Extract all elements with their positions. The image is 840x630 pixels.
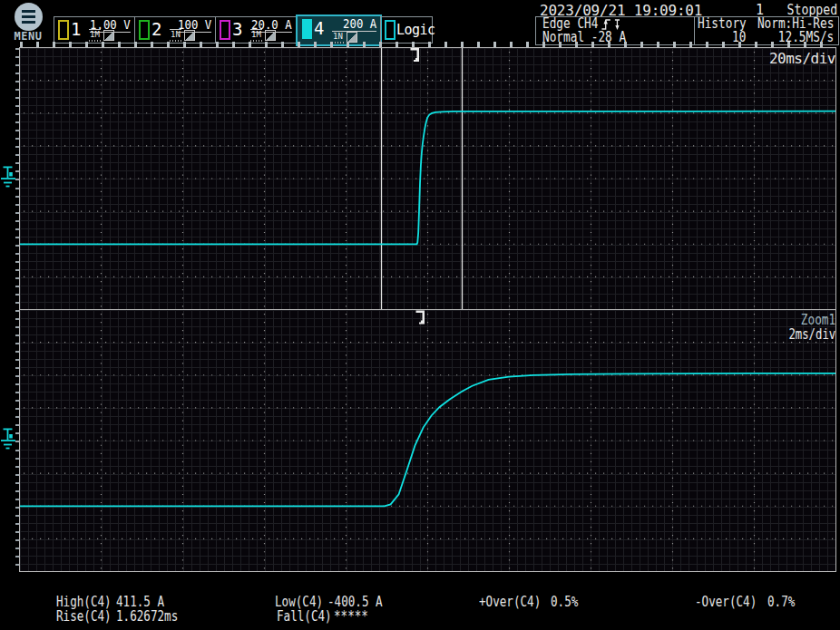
channel-1-coupling-icon bbox=[103, 30, 114, 41]
channel-2-color-swatch bbox=[139, 20, 150, 40]
channel-4-impedance: 1N bbox=[332, 31, 344, 41]
meas-fall-label: Fall(C4) bbox=[277, 608, 332, 625]
channel-4-scale: 200 A bbox=[343, 16, 376, 32]
menu-button[interactable]: MENU bbox=[5, 2, 51, 44]
trigger-box-divider bbox=[694, 17, 695, 44]
channel-2-coupling-icon bbox=[184, 30, 195, 41]
channel-2-box[interactable]: 2 100 V 1N bbox=[134, 16, 216, 44]
meas-rise-value: 1.62672ms bbox=[116, 608, 178, 625]
channel-4-number: 4 bbox=[314, 18, 324, 38]
main-left-ruler bbox=[15, 48, 19, 309]
meas-rise-label: Rise(C4) bbox=[56, 608, 112, 625]
channel-1-number: 1 bbox=[71, 19, 81, 39]
zoom-left-ruler bbox=[15, 310, 19, 571]
meas-pover-value: 0.5% bbox=[551, 594, 578, 610]
channel-3-color-swatch bbox=[220, 20, 230, 40]
zoom-waveform-grid[interactable] bbox=[20, 310, 835, 571]
zoom-timebase: 2ms/div bbox=[788, 326, 835, 343]
logic-color-swatch bbox=[385, 20, 396, 40]
channel-2-number: 2 bbox=[151, 19, 161, 39]
channel-1-box[interactable]: 1 1.00 V 1M bbox=[54, 16, 135, 44]
meas-nover-value: 0.7% bbox=[767, 594, 795, 610]
channel-3-impedance: 1M bbox=[250, 29, 262, 39]
ch4-ground-level-marker[interactable] bbox=[1, 429, 15, 448]
channel-1-impedance: 1M bbox=[89, 29, 101, 39]
channel-3-coupling-icon bbox=[265, 30, 276, 41]
main-waveform-grid[interactable] bbox=[20, 48, 835, 309]
logic-label: Logic bbox=[396, 22, 435, 38]
meas-fall-value: ***** bbox=[334, 608, 368, 625]
meas-nover-label: -Over(C4) bbox=[695, 594, 757, 610]
channel-3-box[interactable]: 3 20.0 A 1M bbox=[215, 16, 297, 44]
ch4-ground-level-marker[interactable] bbox=[1, 167, 15, 186]
logic-box[interactable]: Logic bbox=[380, 16, 433, 44]
channel-4-color-swatch bbox=[302, 19, 312, 39]
channel-2-impedance: 1N bbox=[170, 29, 181, 39]
menu-icon bbox=[15, 3, 43, 31]
channel-3-number: 3 bbox=[232, 19, 242, 39]
oscilloscope-screen: MENU 1 1.00 V 1M 2 100 V 1N 3 20.0 A 1M … bbox=[0, 0, 840, 630]
meas-pover-label: +Over(C4) bbox=[479, 594, 541, 610]
main-timebase: 20ms/div bbox=[769, 50, 835, 67]
top-ruler-ticks bbox=[20, 42, 835, 47]
channel-1-color-swatch bbox=[58, 20, 69, 40]
